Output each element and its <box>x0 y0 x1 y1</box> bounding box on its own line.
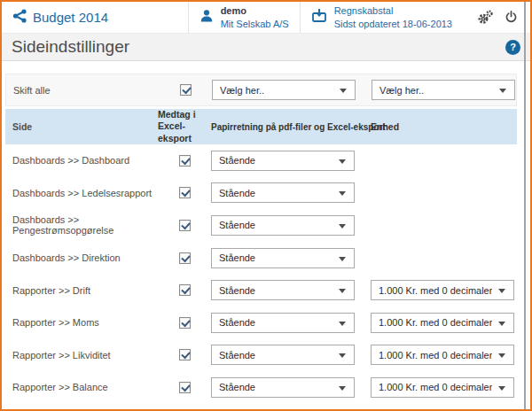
share-logo-icon <box>12 9 27 26</box>
page-content: Skift alle Vælg her.. Vælg her.. Side Me… <box>2 61 530 404</box>
accounts-title: Regnskabstal <box>334 4 452 17</box>
table-row: Rapporter >> Moms Stående 1.000 Kr. med … <box>5 306 517 339</box>
page-titlebar: Sideindstillinger ? <box>2 34 530 61</box>
chevron-down-icon <box>339 224 346 229</box>
user-menu[interactable]: demo Mit Selskab A/S <box>188 2 300 33</box>
table-row: Rapporter >> Drift Stående 1.000 Kr. med… <box>5 274 517 306</box>
orientation-select[interactable]: Stående <box>211 345 355 365</box>
column-header-orientation: Papirretning på pdf-filer og Excel-ekspo… <box>211 122 371 132</box>
chevron-down-icon <box>339 257 346 261</box>
table-rows: Dashboards >> Dashboard Stående Dashboar… <box>5 144 530 404</box>
unit-select[interactable]: 1.000 Kr. med 0 decimaler <box>371 345 514 365</box>
page-path-label: Rapporter >> Likviditet <box>5 350 158 361</box>
chevron-down-icon <box>498 353 505 358</box>
change-all-checkbox[interactable] <box>180 84 192 96</box>
chevron-down-icon <box>339 386 346 391</box>
help-icon[interactable]: ? <box>505 40 520 55</box>
import-icon <box>311 8 327 27</box>
table-row: Rapporter >> Likviditet Stående 1.000 Kr… <box>5 339 517 372</box>
change-all-label: Skift alle <box>6 85 159 96</box>
include-in-excel-checkbox[interactable] <box>179 155 191 167</box>
orientation-value: Stående <box>219 188 255 198</box>
unit-select[interactable]: 1.000 Kr. med 0 decimaler <box>371 280 514 300</box>
include-in-excel-checkbox[interactable] <box>179 187 191 198</box>
accounts-sync-menu[interactable]: Regnskabstal Sidst opdateret 18-06-2013 <box>300 2 463 33</box>
orientation-value: Stående <box>219 350 255 361</box>
app-title: Budget 2014 <box>33 10 108 25</box>
orientation-select[interactable]: Stående <box>211 377 355 398</box>
change-all-orientation-select[interactable]: Vælg her.. <box>212 80 356 100</box>
orientation-select[interactable]: Stående <box>211 313 355 333</box>
page-path-label: Dashboards >> Dashboard <box>5 155 158 166</box>
page-path-label: Dashboards >> Ledelsesrapport <box>5 188 158 198</box>
column-header-unit: Enhed <box>371 121 517 132</box>
chevron-down-icon <box>498 386 505 391</box>
orientation-value: Stående <box>219 155 255 166</box>
change-all-row: Skift alle Vælg her.. Vælg her.. <box>5 74 517 106</box>
include-in-excel-checkbox[interactable] <box>179 284 191 296</box>
chevron-down-icon <box>339 191 346 196</box>
orientation-select[interactable]: Stående <box>211 182 355 203</box>
header-actions <box>463 2 530 33</box>
column-header-side: Side <box>5 121 158 132</box>
power-logout-icon[interactable] <box>505 11 518 24</box>
orientation-value: Stående <box>219 252 255 263</box>
user-company: Mit Selskab A/S <box>221 18 289 30</box>
table-header: Side Medtag i Excel-eksport Papirretning… <box>5 109 517 144</box>
table-row: Dashboards >> Ledelsesrapport Stående <box>5 177 517 210</box>
orientation-select[interactable]: Stående <box>211 151 355 171</box>
orientation-select[interactable]: Stående <box>211 248 355 268</box>
include-in-excel-checkbox[interactable] <box>179 252 191 264</box>
user-name: demo <box>221 4 289 17</box>
include-in-excel-checkbox[interactable] <box>179 220 191 231</box>
page-path-label: Dashboards >> Direktion <box>5 252 158 263</box>
include-in-excel-checkbox[interactable] <box>179 317 191 329</box>
table-row: Dashboards >> Dashboard Stående <box>5 144 517 177</box>
table-row: Rapporter >> Balance Stående 1.000 Kr. m… <box>5 371 517 404</box>
unit-select[interactable]: 1.000 Kr. med 0 decimaler <box>371 377 514 398</box>
column-header-include: Medtag i Excel-eksport <box>158 109 206 143</box>
chevron-down-icon <box>499 89 506 93</box>
unit-select[interactable]: 1.000 Kr. med 0 decimaler <box>371 313 514 333</box>
settings-gears-icon[interactable] <box>477 10 494 25</box>
page-path-label: Rapporter >> Drift <box>5 285 158 296</box>
app-window: Budget 2014 demo Mit Selskab A/S <box>0 0 532 411</box>
page-path-label: Dashboards >> Pengestrømsopgørelse <box>5 214 158 236</box>
orientation-value: Stående <box>219 317 255 328</box>
change-all-unit-value: Vælg her.. <box>379 85 424 96</box>
table-row: Dashboards >> Pengestrømsopgørelse Ståen… <box>5 209 517 242</box>
orientation-select[interactable]: Stående <box>211 280 355 300</box>
unit-value: 1.000 Kr. med 0 decimaler <box>379 317 492 328</box>
orientation-value: Stående <box>219 220 255 230</box>
chevron-down-icon <box>339 289 346 293</box>
unit-value: 1.000 Kr. med 0 decimaler <box>379 382 492 392</box>
unit-value: 1.000 Kr. med 0 decimaler <box>379 350 492 361</box>
accounts-updated: Sidst opdateret 18-06-2013 <box>334 18 452 30</box>
chevron-down-icon <box>339 322 346 326</box>
top-header: Budget 2014 demo Mit Selskab A/S <box>2 2 530 34</box>
page-title: Sideindstillinger <box>12 37 129 57</box>
orientation-value: Stående <box>219 285 255 296</box>
orientation-select[interactable]: Stående <box>211 215 355 236</box>
page-path-label: Rapporter >> Moms <box>5 317 158 328</box>
vertical-scrollbar[interactable] <box>524 2 526 409</box>
change-all-orientation-value: Vælg her.. <box>220 85 264 96</box>
user-icon <box>200 9 214 27</box>
include-in-excel-checkbox[interactable] <box>179 349 191 361</box>
unit-value: 1.000 Kr. med 0 decimaler <box>379 285 492 296</box>
chevron-down-icon <box>498 289 505 293</box>
table-row: Dashboards >> Direktion Stående <box>5 242 517 275</box>
chevron-down-icon <box>339 353 346 358</box>
include-in-excel-checkbox[interactable] <box>179 382 191 393</box>
chevron-down-icon <box>498 322 505 326</box>
chevron-down-icon <box>340 89 347 93</box>
app-logo-block: Budget 2014 <box>2 2 108 33</box>
change-all-unit-select[interactable]: Vælg her.. <box>372 80 515 100</box>
orientation-value: Stående <box>219 382 255 392</box>
page-path-label: Rapporter >> Balance <box>5 382 158 392</box>
chevron-down-icon <box>339 159 346 164</box>
